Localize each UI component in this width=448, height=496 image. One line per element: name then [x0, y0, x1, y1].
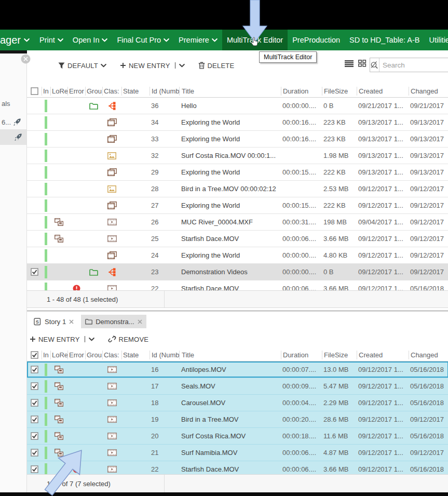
- column-header[interactable]: Clas:: [103, 87, 122, 96]
- table-row[interactable]: 24Exploring the World00:00:00....4.80 KB…: [27, 247, 448, 264]
- cell-changed: 05/16/2018: [409, 382, 448, 390]
- column-header[interactable]: Duration: [281, 87, 322, 96]
- cell-ingest-state: [42, 266, 50, 278]
- video-clip-icon: [107, 433, 117, 439]
- tab-demonstration-videos[interactable]: Demonstra...: [81, 315, 146, 328]
- cell-id: 21: [150, 449, 179, 457]
- sidebar-item-selected[interactable]: [0, 129, 26, 145]
- column-header[interactable]: LoRe: [51, 351, 68, 359]
- row-checkbox[interactable]: [31, 382, 38, 390]
- column-header[interactable]: Title: [180, 87, 281, 96]
- tab-close-icon[interactable]: [138, 319, 142, 324]
- select-all-checkbox[interactable]: [27, 87, 42, 96]
- cell-ingest-state: [42, 166, 50, 179]
- cell-filesize: 198 MB: [322, 218, 357, 226]
- column-header[interactable]: Changed: [409, 87, 448, 96]
- row-checkbox[interactable]: [31, 432, 38, 440]
- column-header[interactable]: Title: [180, 351, 281, 359]
- panel-divider[interactable]: [27, 310, 448, 312]
- column-header[interactable]: State: [122, 87, 150, 96]
- cell-changed: 09/12/2017: [409, 202, 448, 209]
- menu-item-sd-to-hd-table-a-b[interactable]: SD to HD_Table: A-B: [345, 30, 424, 50]
- new-entry-button[interactable]: NEW ENTRY: [120, 62, 185, 70]
- cell-title: Bird in a Tree.MOV: [179, 415, 281, 423]
- column-header[interactable]: In: [42, 351, 51, 359]
- row-checkbox[interactable]: [31, 415, 38, 423]
- sidebar-item-pinned[interactable]: 6...: [0, 115, 26, 129]
- menu-item-print[interactable]: Print: [35, 30, 68, 50]
- grid-view-button[interactable]: [358, 60, 366, 67]
- table-row[interactable]: 16Antilopes.MOV00:00:07....13.0 MB09/12/…: [27, 361, 448, 378]
- filter-default-button[interactable]: DEFAULT: [58, 62, 106, 70]
- cell-title: Exploring the World: [179, 251, 281, 259]
- column-header[interactable]: In: [42, 87, 51, 96]
- remove-button[interactable]: REMOVE: [108, 335, 149, 343]
- new-entry-button-bottom[interactable]: NEW ENTRY: [30, 336, 94, 343]
- cell-changed: 05/16/2018: [409, 399, 448, 407]
- image-icon: [107, 152, 116, 159]
- menu-item-open-in[interactable]: Open In: [68, 30, 113, 50]
- column-header[interactable]: Grou: [86, 351, 103, 359]
- menu-item-preproduction[interactable]: PreProduction: [288, 30, 345, 50]
- row-checkbox[interactable]: [31, 268, 38, 276]
- column-header[interactable]: Id (Numb: [150, 351, 180, 359]
- ingest-status-bar: [45, 413, 47, 426]
- menu-item-utilities[interactable]: Utilities: [424, 30, 448, 50]
- row-checkbox[interactable]: [31, 399, 38, 407]
- table-row[interactable]: 33Exploring the World00:00:16....223 KB0…: [27, 131, 448, 148]
- ingest-status-bar: [45, 150, 47, 162]
- table-row[interactable]: 29Exploring the World00:00:15....222 KB0…: [27, 164, 448, 181]
- tab-close-icon[interactable]: [69, 319, 74, 324]
- delete-button[interactable]: DELETE: [198, 62, 235, 70]
- table-row[interactable]: 36Hello00:00:00....0 B09/21/2017 1...09/…: [27, 98, 448, 114]
- cell-checkbox: [27, 382, 42, 390]
- column-header[interactable]: State: [122, 351, 150, 359]
- table-row[interactable]: 34Exploring the World00:00:16....223 KB0…: [27, 114, 448, 131]
- menu-item-premiere[interactable]: Premiere: [174, 30, 222, 50]
- folder-icon: [89, 269, 98, 276]
- ingest-status-bar: [45, 183, 47, 195]
- column-header[interactable]: LoRe: [51, 87, 68, 96]
- cell-class: [102, 251, 121, 259]
- row-checkbox[interactable]: [31, 366, 38, 373]
- chevron-down-icon: [101, 64, 106, 68]
- column-header[interactable]: Error: [68, 87, 86, 96]
- table-row[interactable]: 23Demonstration Videos00:00:00....0 B09/…: [27, 264, 448, 280]
- menu-item-final-cut-pro[interactable]: Final Cut Pro: [112, 30, 174, 50]
- column-header[interactable]: Clas:: [103, 351, 122, 359]
- cell-duration: 00:00:15....: [281, 168, 322, 176]
- table-row[interactable]: 27Exploring the World00:00:15....222 KB0…: [27, 197, 448, 214]
- table-row[interactable]: 17Seals.MOV00:00:09....5.47 MB09/12/2017…: [27, 378, 448, 395]
- column-header[interactable]: FileSize: [322, 87, 357, 96]
- table-row[interactable]: 32Surf Costa Rica.MOV 00:00:1...1.98 MB0…: [27, 148, 448, 164]
- column-header[interactable]: Duration: [281, 351, 322, 359]
- search-input[interactable]: [379, 58, 448, 72]
- cell-title: Seals.MOV: [179, 382, 281, 390]
- table-row[interactable]: 28Bird in a Tree.MOV 00:00:02:122.53 MB0…: [27, 181, 448, 197]
- cell-ingest-state: [42, 116, 50, 129]
- app-brand-menu[interactable]: ager: [0, 30, 35, 50]
- panel-close-button[interactable]: [21, 54, 31, 64]
- select-all-checkbox[interactable]: [27, 351, 42, 359]
- chevron-down-icon: [164, 38, 169, 42]
- column-header[interactable]: Changed: [409, 351, 448, 359]
- list-view-button[interactable]: [345, 60, 354, 67]
- sidebar-item-truncated[interactable]: als: [0, 99, 26, 108]
- column-header[interactable]: Created: [357, 87, 409, 96]
- table-row[interactable]: 18Carousel.MOV00:00:04....2.29 MB09/12/2…: [27, 395, 448, 411]
- column-header[interactable]: Id (Numb: [150, 87, 180, 96]
- tab-story-1[interactable]: S Story 1: [30, 315, 78, 328]
- column-header[interactable]: FileSize: [322, 351, 357, 359]
- column-header[interactable]: Grou: [86, 87, 103, 96]
- column-header[interactable]: Error: [68, 351, 86, 359]
- story-icon: S: [34, 318, 42, 326]
- chevron-down-icon: [89, 338, 94, 341]
- column-header[interactable]: Created: [357, 351, 409, 359]
- folder-tab-icon: [85, 318, 92, 325]
- table-row[interactable]: 19Bird in a Tree.MOV00:00:20....28.6 MB0…: [27, 411, 448, 428]
- table-row[interactable]: 25Starfish Dace.MOV00:00:06....3.66 MB09…: [27, 231, 448, 247]
- rocket-icon: [13, 118, 21, 126]
- table-row[interactable]: 26MUC River_00004.MXF00:00:31....198 MB0…: [27, 214, 448, 231]
- cell-duration: 00:00:31....: [281, 218, 322, 226]
- video-clip-icon: [107, 466, 117, 473]
